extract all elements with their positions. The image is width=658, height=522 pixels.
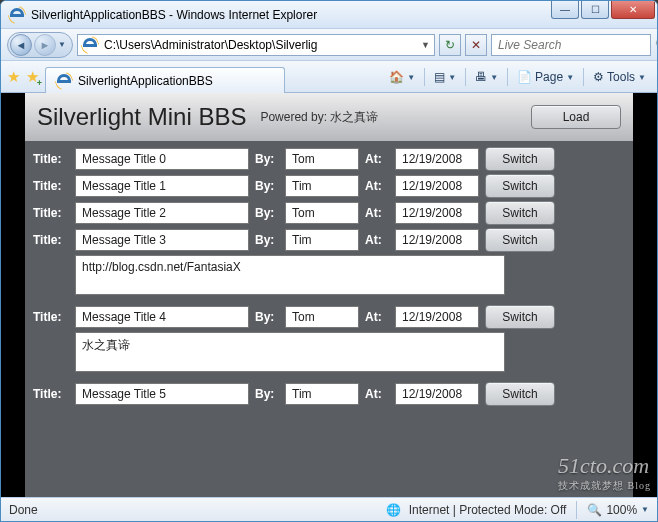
status-text: Done <box>9 503 38 517</box>
rss-icon: ▤ <box>434 70 445 84</box>
add-favorite-icon[interactable]: ★ <box>26 68 39 86</box>
at-label: At: <box>365 206 389 220</box>
favorites-icon[interactable]: ★ <box>7 68 20 86</box>
refresh-button[interactable]: ↻ <box>439 34 461 56</box>
title-input[interactable]: Message Title 1 <box>75 175 249 197</box>
at-input[interactable]: 12/19/2008 <box>395 202 479 224</box>
close-button[interactable]: ✕ <box>611 1 655 19</box>
switch-button[interactable]: Switch <box>485 382 555 406</box>
print-button[interactable]: 🖶▼ <box>470 66 503 88</box>
title-label: Title: <box>33 179 69 193</box>
security-zone: Internet | Protected Mode: Off <box>409 503 567 517</box>
feeds-button[interactable]: ▤▼ <box>429 66 461 88</box>
separator <box>576 501 577 519</box>
separator <box>424 68 425 86</box>
message-row: Title:Message Title 2By:TomAt:12/19/2008… <box>33 201 625 225</box>
forward-button[interactable]: ► <box>34 34 56 56</box>
by-input[interactable]: Tom <box>285 148 359 170</box>
at-label: At: <box>365 387 389 401</box>
title-label: Title: <box>33 152 69 166</box>
home-button[interactable]: 🏠▼ <box>384 66 420 88</box>
page-menu[interactable]: 📄Page▼ <box>512 66 579 88</box>
address-dropdown[interactable]: ▼ <box>421 40 430 50</box>
switch-button[interactable]: Switch <box>485 201 555 225</box>
title-input[interactable]: Message Title 4 <box>75 306 249 328</box>
by-label: By: <box>255 233 279 247</box>
at-input[interactable]: 12/19/2008 <box>395 306 479 328</box>
nav-history-dropdown[interactable]: ▼ <box>58 40 66 49</box>
ie-icon <box>9 7 25 23</box>
globe-icon: 🌐 <box>386 503 401 517</box>
title-label: Title: <box>33 310 69 324</box>
at-input[interactable]: 12/19/2008 <box>395 229 479 251</box>
bbs-subtitle: Powered by: 水之真谛 <box>260 109 378 126</box>
at-input[interactable]: 12/19/2008 <box>395 383 479 405</box>
separator <box>507 68 508 86</box>
message-body[interactable]: 水之真谛 <box>75 332 505 372</box>
by-input[interactable]: Tim <box>285 175 359 197</box>
gear-icon: ⚙ <box>593 70 604 84</box>
message-row: Title:Message Title 5By:TimAt:12/19/2008… <box>33 382 625 406</box>
message-row: Title:Message Title 0By:TomAt:12/19/2008… <box>33 147 625 171</box>
at-input[interactable]: 12/19/2008 <box>395 148 479 170</box>
tab-bar: ★ ★ SilverlightApplicationBBS 🏠▼ ▤▼ 🖶▼ 📄… <box>1 61 657 93</box>
message-row: Title:Message Title 4By:TomAt:12/19/2008… <box>33 305 625 329</box>
at-label: At: <box>365 310 389 324</box>
status-bar: Done 🌐 Internet | Protected Mode: Off 🔍 … <box>1 497 657 521</box>
switch-button[interactable]: Switch <box>485 147 555 171</box>
bbs-body: Title:Message Title 0By:TomAt:12/19/2008… <box>25 141 633 497</box>
switch-button[interactable]: Switch <box>485 305 555 329</box>
by-input[interactable]: Tom <box>285 306 359 328</box>
print-icon: 🖶 <box>475 70 487 84</box>
by-label: By: <box>255 310 279 324</box>
title-label: Title: <box>33 387 69 401</box>
search-box[interactable]: 🔍 <box>491 34 651 56</box>
nav-arrows: ◄ ► ▼ <box>7 32 73 58</box>
nav-bar: ◄ ► ▼ ▼ ↻ ✕ 🔍 <box>1 29 657 61</box>
tab-favicon <box>56 73 72 89</box>
zoom-control[interactable]: 🔍 100% ▼ <box>587 503 649 517</box>
at-label: At: <box>365 233 389 247</box>
by-input[interactable]: Tim <box>285 383 359 405</box>
zoom-value: 100% <box>606 503 637 517</box>
zoom-icon: 🔍 <box>587 503 602 517</box>
by-label: By: <box>255 387 279 401</box>
address-bar[interactable]: ▼ <box>77 34 435 56</box>
message-row: Title:Message Title 1By:TimAt:12/19/2008… <box>33 174 625 198</box>
by-input[interactable]: Tom <box>285 202 359 224</box>
tools-menu[interactable]: ⚙Tools▼ <box>588 66 651 88</box>
title-input[interactable]: Message Title 2 <box>75 202 249 224</box>
address-input[interactable] <box>102 37 417 53</box>
silverlight-app: Silverlight Mini BBS Powered by: 水之真谛 Lo… <box>25 93 633 497</box>
switch-button[interactable]: Switch <box>485 174 555 198</box>
by-input[interactable]: Tim <box>285 229 359 251</box>
switch-button[interactable]: Switch <box>485 228 555 252</box>
tab-active[interactable]: SilverlightApplicationBBS <box>45 67 285 93</box>
window-controls: — ☐ ✕ <box>551 1 657 28</box>
address-favicon <box>82 37 98 53</box>
message-row: Title:Message Title 3By:TimAt:12/19/2008… <box>33 228 625 252</box>
back-button[interactable]: ◄ <box>10 34 32 56</box>
separator <box>465 68 466 86</box>
bbs-header: Silverlight Mini BBS Powered by: 水之真谛 Lo… <box>25 93 633 141</box>
minimize-button[interactable]: — <box>551 1 579 19</box>
search-input[interactable] <box>496 37 651 53</box>
title-label: Title: <box>33 233 69 247</box>
at-label: At: <box>365 152 389 166</box>
window-title: SilverlightApplicationBBS - Windows Inte… <box>31 8 551 22</box>
title-input[interactable]: Message Title 3 <box>75 229 249 251</box>
at-input[interactable]: 12/19/2008 <box>395 175 479 197</box>
title-input[interactable]: Message Title 0 <box>75 148 249 170</box>
command-bar: 🏠▼ ▤▼ 🖶▼ 📄Page▼ ⚙Tools▼ <box>384 66 651 92</box>
load-button[interactable]: Load <box>531 105 621 129</box>
ie-window: SilverlightApplicationBBS - Windows Inte… <box>0 0 658 522</box>
title-input[interactable]: Message Title 5 <box>75 383 249 405</box>
chevron-down-icon: ▼ <box>641 505 649 514</box>
titlebar: SilverlightApplicationBBS - Windows Inte… <box>1 1 657 29</box>
maximize-button[interactable]: ☐ <box>581 1 609 19</box>
stop-button[interactable]: ✕ <box>465 34 487 56</box>
message-body[interactable]: http://blog.csdn.net/FantasiaX <box>75 255 505 295</box>
viewport: Silverlight Mini BBS Powered by: 水之真谛 Lo… <box>1 93 657 497</box>
tab-label: SilverlightApplicationBBS <box>78 74 213 88</box>
by-label: By: <box>255 179 279 193</box>
